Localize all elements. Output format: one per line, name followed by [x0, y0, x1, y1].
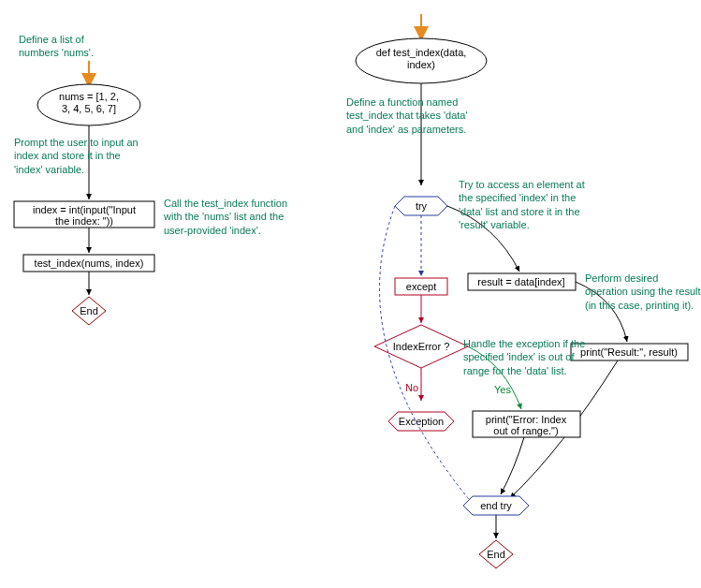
print-error-text-l1: print("Error: Index — [486, 414, 567, 425]
except-text: except — [406, 281, 436, 292]
anno-perform-op: Perform desired operation using the resu… — [585, 272, 701, 312]
try-text: try — [416, 200, 428, 212]
anno-define-func: Define a function named test_index that … — [346, 96, 468, 136]
nums-text-line1: nums = [1, 2, — [59, 91, 119, 102]
test-call-text: test_index(nums, index) — [35, 257, 144, 269]
print-error-text-l2: out of range.") — [493, 425, 558, 436]
anno-prompt-user: Prompt the user to input an index and st… — [14, 136, 145, 176]
end-text-left: End — [80, 305, 98, 316]
anno-try-access: Try to access an element at the specifie… — [459, 178, 590, 231]
indexerror-text: IndexError ? — [393, 341, 450, 352]
end-text-right: End — [487, 549, 505, 560]
anno-call-func: Call the test_index function with the 'n… — [164, 197, 299, 237]
input-index-text-l2: the index: ")) — [55, 215, 113, 227]
nums-text-line2: 3, 4, 5, 6, 7] — [62, 103, 116, 114]
no-label: No — [405, 382, 418, 393]
anno-define-list: Define a list of numbers 'nums'. — [19, 33, 122, 60]
def-func-text-l1: def test_index(data, — [376, 47, 467, 58]
exception-text: Exception — [399, 416, 444, 427]
print-result-text: print("Result:", result) — [580, 346, 678, 358]
input-index-text-l1: index = int(input("Input — [33, 204, 136, 215]
arrow-printerror-endtry — [501, 437, 524, 494]
yes-label: Yes — [494, 384, 511, 395]
anno-handle-exc: Handle the exception if the specified 'i… — [463, 337, 594, 377]
result-assign-text: result = data[index] — [477, 276, 564, 287]
endtry-text: end try — [480, 500, 512, 511]
def-func-text-l2: index) — [407, 59, 435, 70]
